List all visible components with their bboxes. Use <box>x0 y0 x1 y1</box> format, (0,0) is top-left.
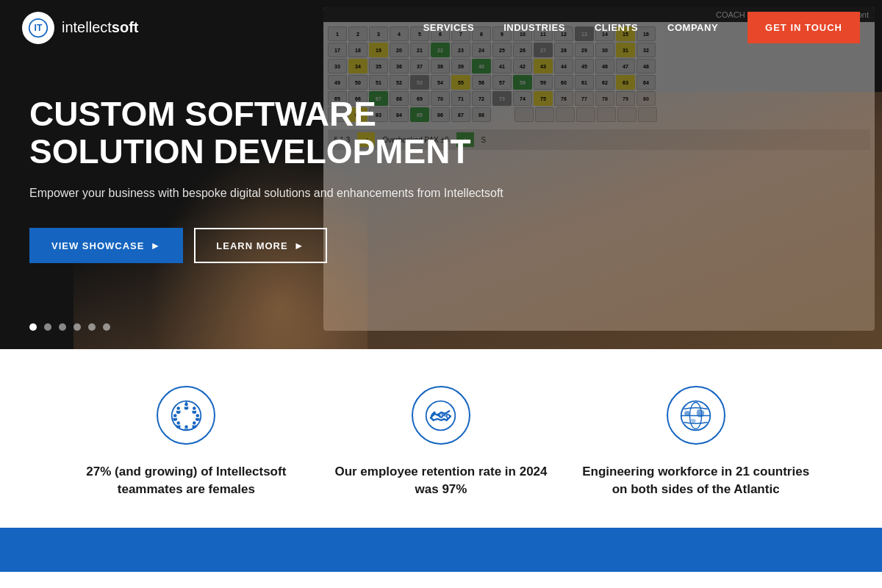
hero-subtitle: Empower your business with bespoke digit… <box>29 184 544 202</box>
svg-point-8 <box>176 421 180 425</box>
stat-female-teammates: 27% (and growing) of Intellectsoft teamm… <box>68 386 304 498</box>
stat-workforce: Engineering workforce in 21 countries on… <box>578 386 814 498</box>
svg-point-9 <box>176 406 180 410</box>
svg-point-3 <box>184 402 188 406</box>
main-nav: SERVICES INDUSTRIES CLIENTS COMPANY GET … <box>423 12 860 43</box>
stat-workforce-text: Engineering workforce in 21 countries on… <box>578 463 814 498</box>
carousel-dot-0[interactable] <box>29 323 37 331</box>
carousel-dot-2[interactable] <box>59 323 66 331</box>
svg-point-4 <box>193 406 196 410</box>
stat-retention: Our employee retention rate in 2024 was … <box>323 386 559 498</box>
logo-icon: IT <box>22 12 54 44</box>
arrow-right-icon: ► <box>150 240 161 251</box>
globe-icon <box>667 386 725 445</box>
header: IT intellectsoft SERVICES INDUSTRIES CLI… <box>0 0 882 55</box>
nav-services[interactable]: SERVICES <box>423 22 475 33</box>
svg-text:IT: IT <box>35 23 43 33</box>
stat-female-text: 27% (and growing) of Intellectsoft teamm… <box>68 463 304 498</box>
svg-point-10 <box>173 414 177 417</box>
svg-point-7 <box>184 425 188 429</box>
carousel-dot-1[interactable] <box>44 323 51 331</box>
arrow-right-icon-2: ► <box>294 240 305 251</box>
stat-retention-text: Our employee retention rate in 2024 was … <box>323 463 559 498</box>
svg-point-5 <box>196 414 199 417</box>
stats-section: 27% (and growing) of Intellectsoft teamm… <box>0 349 882 528</box>
view-showcase-button[interactable]: VIEW SHOWCASE ► <box>29 228 183 263</box>
carousel-dots <box>29 323 110 331</box>
carousel-dot-4[interactable] <box>88 323 96 331</box>
logo-text: intellectsoft <box>62 19 138 36</box>
logo-area[interactable]: IT intellectsoft <box>22 12 138 44</box>
people-circle-icon <box>157 386 215 445</box>
nav-industries[interactable]: INDUSTRIES <box>503 22 565 33</box>
nav-company[interactable]: COMPANY <box>667 22 718 33</box>
hero-content: CUSTOM SOFTWARE SOLUTION DEVELOPMENT Emp… <box>29 96 544 263</box>
nav-clients[interactable]: CLIENTS <box>595 22 638 33</box>
svg-point-6 <box>193 421 196 425</box>
hero-buttons: VIEW SHOWCASE ► LEARN MORE ► <box>29 228 544 263</box>
carousel-dot-3[interactable] <box>74 323 81 331</box>
learn-more-button[interactable]: LEARN MORE ► <box>194 228 326 263</box>
hero-title: CUSTOM SOFTWARE SOLUTION DEVELOPMENT <box>29 96 544 170</box>
carousel-dot-5[interactable] <box>103 323 110 331</box>
hero-section: COACH 1E STANDARD 88 SEATS Cont 1 2 3 4 … <box>0 0 882 349</box>
blue-footer-strip <box>0 528 882 572</box>
handshake-icon <box>412 386 470 445</box>
get-in-touch-button[interactable]: GET IN TOUCH <box>747 12 860 43</box>
